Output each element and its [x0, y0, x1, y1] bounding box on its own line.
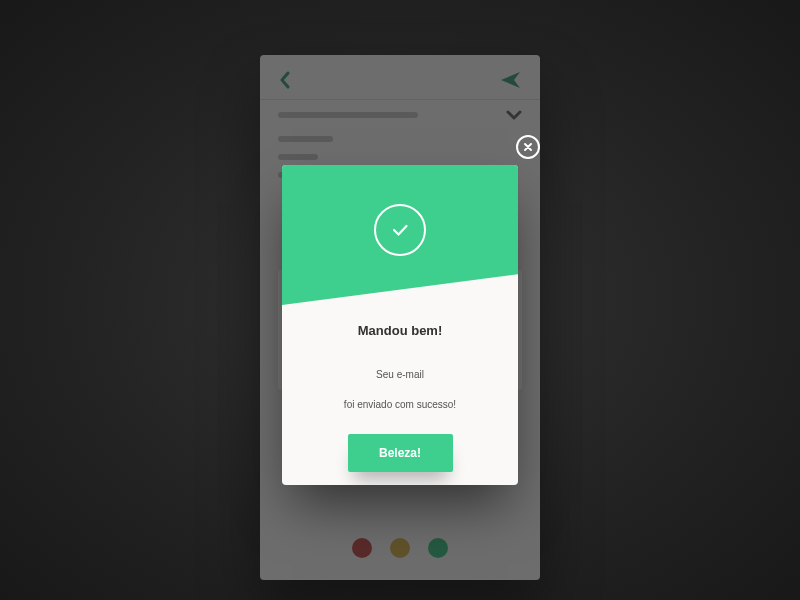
modal-body: Mandou bem! Seu e-mail foi enviado com s… — [282, 305, 518, 472]
modal-header — [282, 165, 518, 305]
success-modal: Mandou bem! Seu e-mail foi enviado com s… — [282, 165, 518, 485]
check-icon — [374, 204, 426, 256]
modal-text-line: foi enviado com sucesso! — [344, 399, 456, 410]
success-modal-wrap: Mandou bem! Seu e-mail foi enviado com s… — [282, 165, 518, 485]
modal-text: Seu e-mail foi enviado com sucesso! — [304, 352, 496, 412]
close-button[interactable] — [516, 135, 540, 159]
modal-text-line: Seu e-mail — [376, 369, 424, 380]
modal-title: Mandou bem! — [304, 323, 496, 338]
close-icon — [523, 142, 533, 152]
confirm-button[interactable]: Beleza! — [348, 434, 453, 472]
